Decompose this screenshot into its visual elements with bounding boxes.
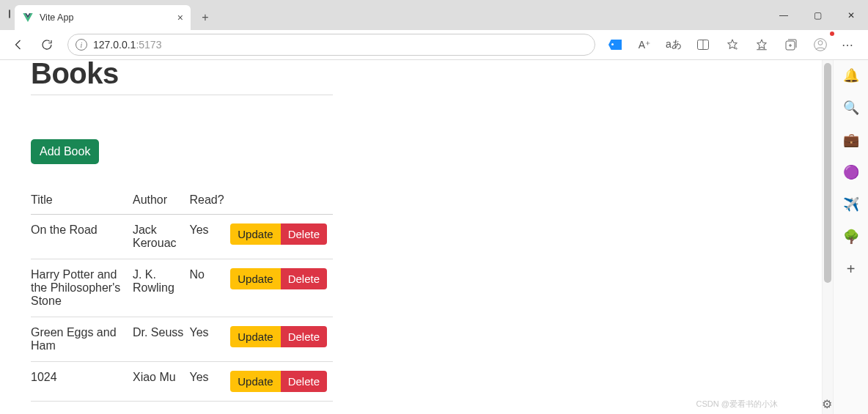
maximize-button[interactable]: ▢ [801, 0, 834, 30]
cell-title: Harry Potter and the Philosopher's Stone [31, 259, 133, 317]
briefcase-icon[interactable]: 💼 [843, 132, 859, 148]
collections-icon[interactable] [779, 33, 803, 56]
tabs-button[interactable] [0, 5, 10, 30]
cell-author: Dr. Seuss [133, 317, 189, 362]
svg-point-6 [818, 41, 823, 45]
add-sidebar-button[interactable]: + [847, 261, 856, 278]
update-button[interactable]: Update [230, 223, 280, 245]
more-menu-button[interactable]: ⋯ [834, 33, 862, 56]
update-button[interactable]: Update [230, 326, 280, 347]
close-window-button[interactable]: ✕ [834, 0, 868, 30]
settings-gear-icon[interactable]: ⚙ [822, 397, 832, 411]
translate-icon[interactable]: aあ [661, 33, 686, 56]
site-info-icon[interactable]: i [76, 39, 87, 51]
split-screen-icon[interactable] [691, 33, 716, 56]
watermark: CSDN @爱看书的小沐 [696, 399, 778, 410]
favorites-star-icon[interactable]: + [720, 33, 745, 56]
browser-toolbar: i 127.0.0.1:5173 A⁺ aあ + ⋯ [0, 30, 868, 60]
notifications-icon[interactable]: 🔔 [843, 67, 859, 84]
shopping-icon[interactable] [603, 33, 628, 56]
cell-title: 1024 [31, 362, 133, 402]
send-icon[interactable]: ✈️ [843, 196, 859, 212]
back-button[interactable] [6, 33, 32, 56]
cell-title: On the Road [31, 215, 133, 259]
cell-author: J. K. Rowling [133, 259, 189, 317]
delete-button[interactable]: Delete [281, 268, 327, 289]
cell-author: Xiao Mu [133, 362, 189, 402]
minimize-button[interactable]: — [767, 0, 801, 30]
cell-author: Jack Kerouac [133, 215, 189, 259]
cell-read: No [189, 259, 230, 317]
col-title: Title [31, 185, 133, 215]
cell-read: Yes [189, 215, 230, 259]
table-row: On the RoadJack KerouacYesUpdateDelete [31, 215, 333, 259]
search-icon[interactable]: 🔍 [843, 100, 859, 116]
browser-tab[interactable]: Vite App × [15, 5, 191, 30]
table-row: Harry Potter and the Philosopher's Stone… [31, 259, 333, 317]
close-tab-icon[interactable]: × [177, 12, 183, 23]
refresh-button[interactable] [34, 33, 60, 56]
delete-button[interactable]: Delete [281, 326, 327, 347]
update-button[interactable]: Update [230, 268, 280, 289]
page-title: Books [31, 60, 791, 90]
divider [31, 95, 333, 95]
favorites-icon[interactable] [749, 33, 774, 56]
col-read: Read? [189, 185, 230, 215]
copilot-icon[interactable]: 🟣 [843, 164, 859, 180]
page-content: Books Add Book Title Author Read? On the… [0, 60, 822, 414]
tab-title: Vite App [40, 12, 172, 23]
cell-read: Yes [189, 362, 230, 402]
vue-icon [22, 12, 34, 23]
delete-button[interactable]: Delete [281, 223, 327, 245]
profile-icon[interactable] [808, 33, 833, 56]
scrollbar-thumb[interactable] [824, 63, 831, 283]
read-aloud-icon[interactable]: A⁺ [632, 33, 657, 56]
window-controls: — ▢ ✕ [767, 0, 868, 30]
add-book-button[interactable]: Add Book [31, 139, 99, 164]
vertical-scrollbar[interactable]: ⚙ [822, 60, 833, 414]
table-row: 1024Xiao MuYesUpdateDelete [31, 362, 333, 402]
col-author: Author [133, 185, 189, 215]
table-row: Green Eggs and HamDr. SeussYesUpdateDele… [31, 317, 333, 362]
books-table: Title Author Read? On the RoadJack Kerou… [31, 185, 333, 402]
new-tab-button[interactable]: + [194, 6, 217, 29]
url-text: 127.0.0.1:5173 [93, 39, 161, 51]
svg-text:+: + [735, 46, 738, 51]
update-button[interactable]: Update [230, 371, 280, 392]
edge-sidebar: 🔔 🔍 💼 🟣 ✈️ 🌳 + [833, 60, 868, 414]
address-bar[interactable]: i 127.0.0.1:5173 [67, 34, 595, 56]
delete-button[interactable]: Delete [281, 371, 327, 392]
tree-icon[interactable]: 🌳 [843, 229, 859, 245]
window-titlebar: Vite App × + — ▢ ✕ [0, 0, 868, 30]
cell-title: Green Eggs and Ham [31, 317, 133, 362]
cell-read: Yes [189, 317, 230, 362]
